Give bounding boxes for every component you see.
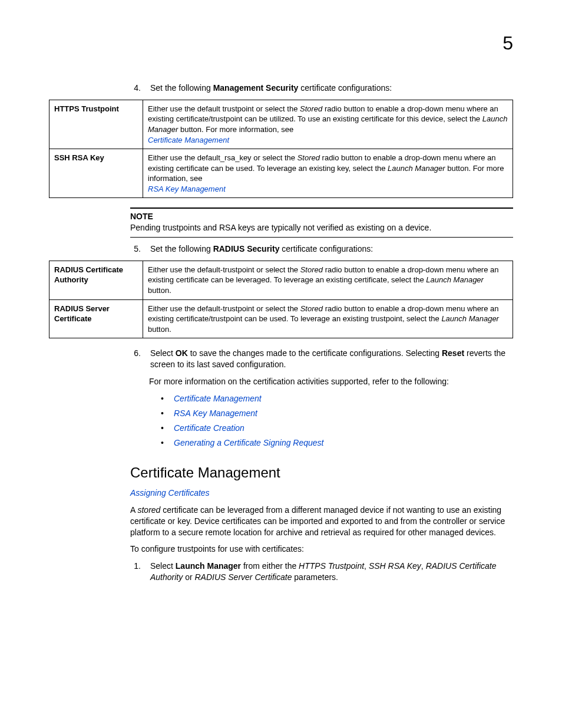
italic-text: stored (137, 505, 160, 515)
step-6: 6. Select OK to save the changes made to… (130, 348, 513, 370)
list-item: Generating a Certificate Signing Request (161, 437, 513, 449)
table-row: RADIUS Certificate Authority Either use … (49, 261, 513, 299)
row-label: SSH RSA Key (49, 149, 143, 198)
italic-text: RADIUS Server Certificate (194, 572, 292, 582)
bold-text: OK (176, 348, 188, 358)
step-text: Select Launch Manager from either the HT… (150, 561, 513, 583)
text: button. (148, 286, 171, 295)
bold-text: Launch Manager (176, 561, 241, 571)
breadcrumb-link: Assigning Certificates (130, 487, 513, 499)
radius-security-table: RADIUS Certificate Authority Either use … (49, 261, 513, 338)
step-number: 4. (130, 83, 141, 94)
link-rsa-key-management[interactable]: RSA Key Management (148, 185, 226, 193)
row-desc: Either use the default-trustpoint or sel… (143, 299, 513, 338)
text: certificate configurations: (298, 83, 392, 93)
row-label: RADIUS Certificate Authority (49, 261, 143, 299)
row-label: HTTPS Trustpoint (49, 100, 143, 149)
row-label: RADIUS Server Certificate (49, 299, 143, 338)
step-number: 6. (130, 348, 141, 370)
text: from either the (241, 561, 299, 571)
text: Set the following (150, 83, 213, 93)
link-certificate-creation[interactable]: Certificate Creation (174, 423, 244, 433)
table-row: RADIUS Server Certificate Either use the… (49, 299, 513, 338)
page-content: 4. Set the following Management Security… (49, 83, 513, 583)
link-certificate-management[interactable]: Certificate Management (174, 394, 262, 403)
link-rsa-key-management[interactable]: RSA Key Management (174, 409, 257, 418)
list-item: RSA Key Management (161, 408, 513, 419)
text: to save the changes made to the certific… (188, 348, 442, 358)
paragraph: To configure trustpoints for use with ce… (130, 543, 513, 555)
row-desc: Either use the default_rsa_key or select… (143, 149, 513, 198)
step-cm-1: 1. Select Launch Manager from either the… (130, 561, 513, 583)
step-text: Set the following RADIUS Security certif… (150, 243, 373, 255)
italic-text: Stored (300, 265, 323, 274)
paragraph: A stored certificate can be leveraged fr… (130, 505, 513, 538)
text: button. (148, 325, 171, 334)
italic-text: Stored (300, 304, 323, 313)
text: Either use the default-trustpoint or sel… (148, 304, 300, 313)
text: A (130, 505, 137, 515)
paragraph: For more information on the certificatio… (149, 376, 513, 387)
note: NOTE Pending trustpoints and RSA keys ar… (130, 207, 513, 238)
text: parameters. (292, 572, 338, 582)
step-text: Select OK to save the changes made to th… (150, 348, 513, 370)
table-row: HTTPS Trustpoint Either use the default … (49, 100, 513, 149)
row-desc: Either use the default-trustpoint or sel… (143, 261, 513, 299)
step-number: 1. (130, 561, 141, 583)
italic-text: Launch Manager (426, 275, 484, 284)
bold-text: RADIUS Security (213, 244, 280, 253)
text: Select (150, 348, 176, 358)
link-generating-csr[interactable]: Generating a Certificate Signing Request (174, 438, 323, 447)
text: or (183, 572, 194, 582)
list-item: Certificate Creation (161, 423, 513, 434)
italic-text: Launch Manager (388, 164, 445, 173)
text: certificate configurations: (279, 244, 373, 253)
text: Either use the default_rsa_key or select… (148, 153, 297, 162)
step-5: 5. Set the following RADIUS Security cer… (130, 243, 513, 255)
italic-text: Stored (300, 104, 322, 113)
page: 5 4. Set the following Management Securi… (0, 0, 562, 728)
text: Either use the default-trustpoint or sel… (148, 265, 300, 274)
text: Select (150, 561, 176, 571)
italic-text: HTTPS Trustpoint (299, 561, 364, 571)
step-text: Set the following Management Security ce… (150, 83, 392, 94)
step-4: 4. Set the following Management Security… (130, 83, 513, 94)
note-body: Pending trustpoints and RSA keys are typ… (130, 222, 513, 233)
italic-text: Launch Manager (441, 314, 499, 323)
text: Either use the default trustpoint or sel… (148, 104, 300, 113)
list-item: Certificate Management (161, 393, 513, 404)
step-number: 5. (130, 243, 141, 255)
text: , (421, 561, 426, 571)
note-title: NOTE (130, 211, 513, 222)
text: , (364, 561, 369, 571)
section-heading: Certificate Management (130, 463, 513, 482)
management-security-table: HTTPS Trustpoint Either use the default … (49, 100, 513, 198)
bullet-list: Certificate Management RSA Key Managemen… (161, 393, 513, 449)
italic-text: SSH RSA Key (369, 561, 421, 571)
table-row: SSH RSA Key Either use the default_rsa_k… (49, 149, 513, 198)
link-certificate-management[interactable]: Certificate Management (148, 136, 229, 144)
italic-text: Stored (297, 153, 320, 162)
link-assigning-certificates[interactable]: Assigning Certificates (130, 488, 210, 498)
row-desc: Either use the default trustpoint or sel… (143, 100, 513, 149)
bold-text: Management Security (213, 83, 299, 93)
text: certificate can be leveraged from a diff… (130, 505, 505, 537)
chapter-number: 5 (503, 31, 513, 56)
bold-text: Reset (442, 348, 464, 358)
text: Set the following (150, 244, 213, 253)
text: button. For more information, see (178, 125, 293, 134)
